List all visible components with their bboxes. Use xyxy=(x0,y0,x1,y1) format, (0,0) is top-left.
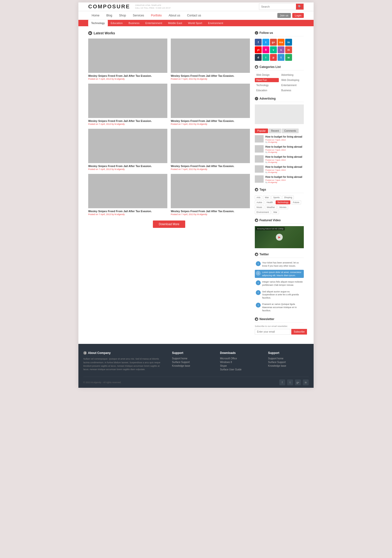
twitter-icon[interactable]: t xyxy=(262,39,269,46)
sub-nav-environment[interactable]: Environment xyxy=(205,20,226,26)
tweet-text-4: Sed aliquet auctor augue eu Suspendisse … xyxy=(262,290,303,299)
footer-support2-home[interactable]: Support home xyxy=(268,357,309,360)
tweet-text-2: Lorem ipsum dolor sit amet, consectetur … xyxy=(262,271,303,277)
footer-microsoft-office[interactable]: Microsoft Office xyxy=(220,357,261,360)
pinterest-icon[interactable]: p xyxy=(270,54,277,61)
portfolio-title-6: Wesley Snipes Freed From Jail After Tax … xyxy=(171,165,250,168)
recent-post: How to budget for living abroad Posted o… xyxy=(255,135,304,143)
tag-weather[interactable]: Weather xyxy=(265,205,277,209)
search-button[interactable]: 🔍 xyxy=(296,4,304,10)
newsletter-subscribe-button[interactable]: Subscribe xyxy=(291,329,307,335)
category-entertainment[interactable]: Entertainment xyxy=(280,83,304,87)
nav-blog[interactable]: Blog xyxy=(103,11,116,20)
tag-technology[interactable]: Technology xyxy=(276,200,290,204)
portfolio-thumb-6[interactable] xyxy=(171,129,250,163)
tag-environment[interactable]: Environment xyxy=(255,210,271,214)
categories-title: ▦ Categories List xyxy=(255,65,304,70)
footer-support2-knowledge[interactable]: Knowledge base xyxy=(268,364,309,367)
footer-linkedin-icon[interactable]: in xyxy=(303,379,309,385)
footer-twitter-icon[interactable]: t xyxy=(287,379,293,385)
nav-portfolio[interactable]: Portfolio xyxy=(147,11,165,20)
footer-google-plus-icon[interactable]: g+ xyxy=(295,379,301,385)
search-form: 🔍 xyxy=(259,3,304,10)
sub-nav-middle-east[interactable]: Middle East xyxy=(165,20,185,26)
featured-video-section: ◉ Featured Video Amazing Nature full HD … xyxy=(255,219,304,248)
sub-nav-education[interactable]: Education xyxy=(108,20,126,26)
newsletter-email-input[interactable] xyxy=(255,329,290,335)
recent-post-title: How to budget for living abroad xyxy=(265,175,302,179)
nav-contact[interactable]: Contact us xyxy=(184,11,205,20)
tag-war[interactable]: War xyxy=(263,195,270,199)
portfolio-thumb-1[interactable] xyxy=(88,39,167,73)
tag-war2[interactable]: War xyxy=(272,210,279,214)
portfolio-thumb-2[interactable] xyxy=(171,39,250,73)
nav-shop[interactable]: Shop xyxy=(116,11,129,20)
social-icon-1[interactable]: s xyxy=(278,46,284,53)
login-button[interactable]: Login xyxy=(292,13,304,18)
join-button[interactable]: Join us xyxy=(277,13,291,18)
social-icon-4[interactable]: i xyxy=(262,54,269,61)
social-icon-6[interactable]: w xyxy=(285,54,292,61)
sub-nav-technology[interactable]: Technology xyxy=(88,20,108,26)
category-web-design[interactable]: Web Design xyxy=(255,73,279,77)
footer-support2-surface[interactable]: Surface Support xyxy=(268,361,309,363)
tag-movies[interactable]: Movies xyxy=(278,205,288,209)
tag-music[interactable]: Music xyxy=(255,205,264,209)
download-more-button[interactable]: Download More xyxy=(153,221,185,228)
tweet-icon-5: t xyxy=(256,303,261,308)
flickr-icon[interactable]: fl xyxy=(262,46,269,53)
tag-autos[interactable]: Autos xyxy=(255,200,264,204)
social-icon-2[interactable]: m xyxy=(285,46,292,53)
search-input[interactable] xyxy=(259,4,296,9)
category-business[interactable]: Business xyxy=(280,88,304,92)
sub-nav-entertainment[interactable]: Entertainment xyxy=(142,20,165,26)
youtube-icon[interactable]: yt xyxy=(255,46,262,53)
portfolio-thumb-8[interactable] xyxy=(171,174,250,208)
nav-about[interactable]: About us xyxy=(165,11,184,20)
tweet-2-highlighted: t Lorem ipsum dolor sit amet, consectetu… xyxy=(255,270,304,278)
recent-post: How to budget for living abroad Posted o… xyxy=(255,175,304,183)
social-icon-5[interactable]: t xyxy=(278,54,284,61)
play-button[interactable]: ▶ xyxy=(276,234,283,241)
tag-arts[interactable]: Arts xyxy=(255,195,262,199)
tag-future[interactable]: Future xyxy=(291,200,301,204)
social-icon-3[interactable]: d xyxy=(255,54,262,61)
footer-skype[interactable]: Skype xyxy=(220,364,261,367)
tag-shoping[interactable]: Shoping xyxy=(282,195,294,199)
sub-nav-business[interactable]: Business xyxy=(126,20,143,26)
site-tagline: CREATIVE HTML TEMPLATE CALL US TOLL FREE… xyxy=(135,4,171,9)
video-thumbnail[interactable]: Amazing Nature full HD 1080p ▶ xyxy=(255,226,304,248)
footer-support-home[interactable]: Support home xyxy=(172,357,213,360)
category-have-fun[interactable]: Have Fun xyxy=(255,78,279,82)
vine-icon[interactable]: v xyxy=(270,46,277,53)
tab-comments[interactable]: Comments xyxy=(282,129,298,133)
category-advertising[interactable]: Advertising xyxy=(280,73,304,77)
category-education[interactable]: Education xyxy=(255,88,279,92)
portfolio-thumb-5[interactable] xyxy=(88,129,167,163)
tab-popular[interactable]: Popular xyxy=(255,129,268,133)
google-plus-icon[interactable]: g+ xyxy=(270,39,277,46)
nav-home[interactable]: Home xyxy=(88,11,103,20)
footer-surface-guide[interactable]: Surface User Guide xyxy=(220,368,261,371)
portfolio-thumb-4[interactable] xyxy=(171,84,250,118)
category-web-developing[interactable]: Web Developing xyxy=(280,78,304,82)
footer-windows8[interactable]: Windows 8 xyxy=(220,361,261,363)
nav-services[interactable]: Services xyxy=(129,11,147,20)
tag-health[interactable]: Health xyxy=(265,200,275,204)
portfolio-thumb-7[interactable] xyxy=(88,174,167,208)
footer-knowledge-base[interactable]: Knowledge base xyxy=(172,364,213,367)
footer-about: ℹ About Company Nullam vel comenpoquer. … xyxy=(83,351,165,372)
footer-surface-support[interactable]: Surface Support xyxy=(172,361,213,363)
linkedin-icon[interactable]: in xyxy=(285,39,292,46)
category-technology[interactable]: Technology xyxy=(255,83,279,87)
recent-post: How to budget for living abroad Posted o… xyxy=(255,165,304,173)
portfolio-thumb-3[interactable] xyxy=(88,84,167,118)
footer-facebook-icon[interactable]: f xyxy=(279,379,285,385)
rss-icon[interactable]: rss xyxy=(278,39,284,46)
recent-info: How to budget for living abroad Posted o… xyxy=(265,145,302,153)
tag-sports[interactable]: Sports xyxy=(271,195,281,199)
tab-recent[interactable]: Recent xyxy=(269,129,281,133)
facebook-icon[interactable]: f xyxy=(255,39,262,46)
recent-thumb xyxy=(255,145,264,153)
sub-nav-world-sport[interactable]: World Sport xyxy=(185,20,205,26)
